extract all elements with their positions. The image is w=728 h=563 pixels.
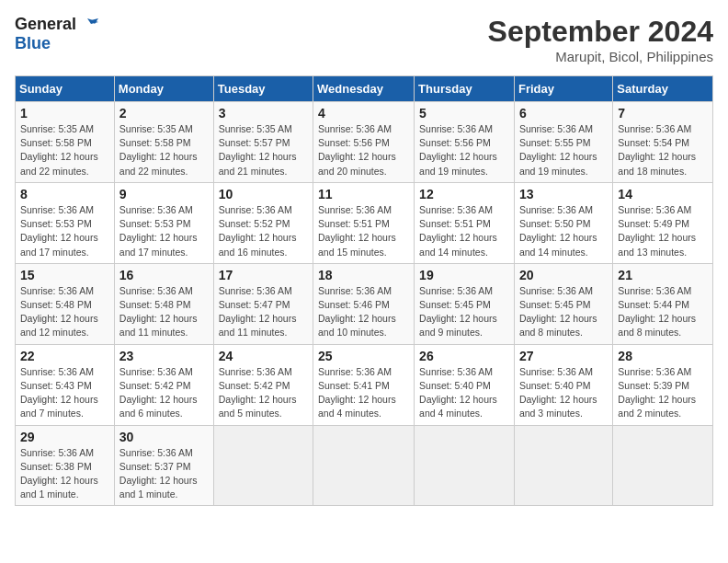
table-row: 3 Sunrise: 5:35 AMSunset: 5:57 PMDayligh…: [213, 102, 313, 183]
table-row: 13 Sunrise: 5:36 AMSunset: 5:50 PMDaylig…: [514, 182, 612, 263]
table-row: 4 Sunrise: 5:36 AMSunset: 5:56 PMDayligh…: [313, 102, 415, 183]
table-row: [613, 425, 713, 506]
day-info: Sunrise: 5:36 AMSunset: 5:55 PMDaylight:…: [519, 122, 608, 178]
table-row: 24 Sunrise: 5:36 AMSunset: 5:42 PMDaylig…: [213, 344, 313, 425]
calendar-table: Sunday Monday Tuesday Wednesday Thursday…: [15, 75, 713, 506]
location-title: Marupit, Bicol, Philippines: [488, 49, 713, 64]
table-row: 29 Sunrise: 5:36 AMSunset: 5:38 PMDaylig…: [16, 425, 115, 506]
day-info: Sunrise: 5:36 AMSunset: 5:45 PMDaylight:…: [519, 284, 608, 340]
col-tuesday: Tuesday: [213, 76, 313, 102]
day-info: Sunrise: 5:36 AMSunset: 5:48 PMDaylight:…: [119, 284, 209, 340]
table-row: 12 Sunrise: 5:36 AMSunset: 5:51 PMDaylig…: [415, 182, 515, 263]
table-row: 14 Sunrise: 5:36 AMSunset: 5:49 PMDaylig…: [613, 182, 713, 263]
calendar-week-row: 22 Sunrise: 5:36 AMSunset: 5:43 PMDaylig…: [16, 344, 713, 425]
day-info: Sunrise: 5:36 AMSunset: 5:46 PMDaylight:…: [318, 284, 409, 340]
page-header: General Blue September 2024 Marupit, Bic…: [15, 15, 713, 64]
calendar-week-row: 15 Sunrise: 5:36 AMSunset: 5:48 PMDaylig…: [16, 263, 713, 344]
table-row: 20 Sunrise: 5:36 AMSunset: 5:45 PMDaylig…: [514, 263, 612, 344]
day-number: 15: [20, 268, 109, 282]
table-row: 23 Sunrise: 5:36 AMSunset: 5:42 PMDaylig…: [114, 344, 213, 425]
table-row: [313, 425, 415, 506]
table-row: 19 Sunrise: 5:36 AMSunset: 5:45 PMDaylig…: [415, 263, 515, 344]
day-number: 23: [119, 349, 209, 363]
day-info: Sunrise: 5:36 AMSunset: 5:42 PMDaylight:…: [219, 365, 308, 421]
day-info: Sunrise: 5:36 AMSunset: 5:54 PMDaylight:…: [618, 122, 708, 178]
day-number: 16: [119, 268, 209, 282]
day-number: 20: [519, 268, 608, 282]
day-info: Sunrise: 5:35 AMSunset: 5:57 PMDaylight:…: [219, 122, 308, 178]
day-info: Sunrise: 5:36 AMSunset: 5:40 PMDaylight:…: [519, 365, 608, 421]
table-row: [213, 425, 313, 506]
day-info: Sunrise: 5:36 AMSunset: 5:50 PMDaylight:…: [519, 203, 608, 259]
day-info: Sunrise: 5:36 AMSunset: 5:52 PMDaylight:…: [219, 203, 308, 259]
day-number: 30: [119, 430, 209, 444]
day-number: 6: [519, 106, 608, 121]
day-number: 25: [318, 349, 409, 363]
calendar-week-row: 8 Sunrise: 5:36 AMSunset: 5:53 PMDayligh…: [16, 182, 713, 263]
day-number: 8: [20, 187, 109, 201]
table-row: 2 Sunrise: 5:35 AMSunset: 5:58 PMDayligh…: [114, 102, 213, 183]
table-row: 30 Sunrise: 5:36 AMSunset: 5:37 PMDaylig…: [114, 425, 213, 506]
day-number: 24: [219, 349, 308, 363]
day-info: Sunrise: 5:36 AMSunset: 5:42 PMDaylight:…: [119, 365, 209, 421]
day-info: Sunrise: 5:36 AMSunset: 5:44 PMDaylight:…: [618, 284, 708, 340]
day-number: 2: [119, 106, 209, 121]
day-info: Sunrise: 5:35 AMSunset: 5:58 PMDaylight:…: [20, 122, 109, 178]
day-number: 19: [419, 268, 509, 282]
title-area: September 2024 Marupit, Bicol, Philippin…: [488, 15, 713, 64]
day-number: 26: [419, 349, 509, 363]
day-info: Sunrise: 5:36 AMSunset: 5:39 PMDaylight:…: [618, 365, 708, 421]
col-saturday: Saturday: [613, 76, 713, 102]
day-info: Sunrise: 5:36 AMSunset: 5:40 PMDaylight:…: [419, 365, 509, 421]
logo-general: General: [15, 16, 76, 34]
day-number: 5: [419, 106, 509, 121]
day-info: Sunrise: 5:36 AMSunset: 5:56 PMDaylight:…: [318, 122, 409, 178]
day-number: 14: [618, 187, 708, 201]
day-number: 10: [219, 187, 308, 201]
table-row: 8 Sunrise: 5:36 AMSunset: 5:53 PMDayligh…: [16, 182, 115, 263]
day-info: Sunrise: 5:36 AMSunset: 5:51 PMDaylight:…: [318, 203, 409, 259]
day-number: 4: [318, 106, 409, 121]
day-number: 22: [20, 349, 109, 363]
day-info: Sunrise: 5:36 AMSunset: 5:49 PMDaylight:…: [618, 203, 708, 259]
table-row: 28 Sunrise: 5:36 AMSunset: 5:39 PMDaylig…: [613, 344, 713, 425]
day-number: 17: [219, 268, 308, 282]
day-number: 3: [219, 106, 308, 121]
day-number: 18: [318, 268, 409, 282]
table-row: 18 Sunrise: 5:36 AMSunset: 5:46 PMDaylig…: [313, 263, 415, 344]
day-info: Sunrise: 5:36 AMSunset: 5:45 PMDaylight:…: [419, 284, 509, 340]
day-info: Sunrise: 5:36 AMSunset: 5:43 PMDaylight:…: [20, 365, 109, 421]
day-info: Sunrise: 5:36 AMSunset: 5:56 PMDaylight:…: [419, 122, 509, 178]
logo-blue: Blue: [15, 35, 98, 53]
col-thursday: Thursday: [415, 76, 515, 102]
day-info: Sunrise: 5:35 AMSunset: 5:58 PMDaylight:…: [119, 122, 209, 178]
table-row: 5 Sunrise: 5:36 AMSunset: 5:56 PMDayligh…: [415, 102, 515, 183]
day-info: Sunrise: 5:36 AMSunset: 5:37 PMDaylight:…: [119, 446, 209, 502]
calendar-week-row: 29 Sunrise: 5:36 AMSunset: 5:38 PMDaylig…: [16, 425, 713, 506]
day-number: 21: [618, 268, 708, 282]
col-monday: Monday: [114, 76, 213, 102]
day-number: 29: [20, 430, 109, 444]
table-row: 1 Sunrise: 5:35 AMSunset: 5:58 PMDayligh…: [16, 102, 115, 183]
day-number: 1: [20, 106, 109, 121]
table-row: 26 Sunrise: 5:36 AMSunset: 5:40 PMDaylig…: [415, 344, 515, 425]
col-friday: Friday: [514, 76, 612, 102]
day-info: Sunrise: 5:36 AMSunset: 5:47 PMDaylight:…: [219, 284, 308, 340]
table-row: 15 Sunrise: 5:36 AMSunset: 5:48 PMDaylig…: [16, 263, 115, 344]
table-row: 9 Sunrise: 5:36 AMSunset: 5:53 PMDayligh…: [114, 182, 213, 263]
month-title: September 2024: [488, 15, 713, 49]
col-sunday: Sunday: [16, 76, 115, 102]
day-info: Sunrise: 5:36 AMSunset: 5:51 PMDaylight:…: [419, 203, 509, 259]
calendar-header-row: Sunday Monday Tuesday Wednesday Thursday…: [16, 76, 713, 102]
day-info: Sunrise: 5:36 AMSunset: 5:41 PMDaylight:…: [318, 365, 409, 421]
table-row: 16 Sunrise: 5:36 AMSunset: 5:48 PMDaylig…: [114, 263, 213, 344]
day-number: 28: [618, 349, 708, 363]
logo-bird-icon: [78, 15, 98, 35]
table-row: 27 Sunrise: 5:36 AMSunset: 5:40 PMDaylig…: [514, 344, 612, 425]
calendar-week-row: 1 Sunrise: 5:35 AMSunset: 5:58 PMDayligh…: [16, 102, 713, 183]
table-row: 6 Sunrise: 5:36 AMSunset: 5:55 PMDayligh…: [514, 102, 612, 183]
table-row: 25 Sunrise: 5:36 AMSunset: 5:41 PMDaylig…: [313, 344, 415, 425]
day-info: Sunrise: 5:36 AMSunset: 5:38 PMDaylight:…: [20, 446, 109, 502]
logo-text: General Blue: [15, 15, 98, 53]
day-number: 7: [618, 106, 708, 121]
